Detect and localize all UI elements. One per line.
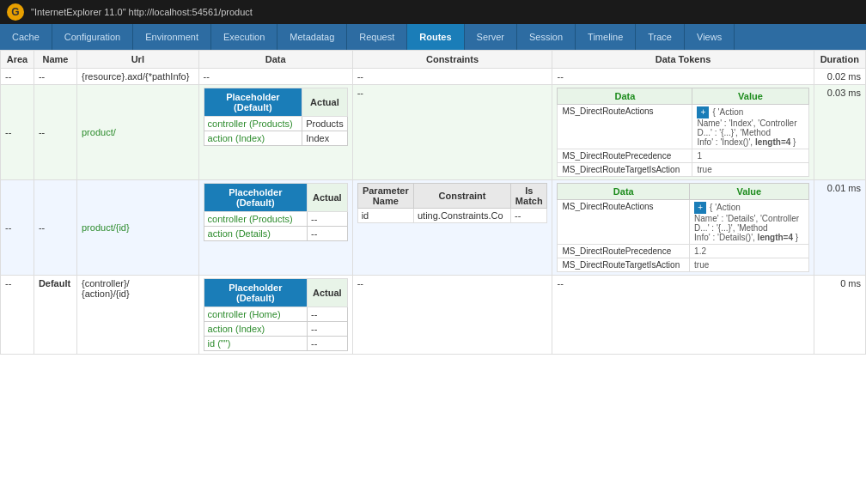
data-cell: Placeholder(Default) Actual controller (…	[198, 85, 352, 180]
duration-cell: 0.03 ms	[814, 85, 866, 180]
area-cell: --	[1, 180, 34, 276]
area-cell: --	[1, 85, 34, 180]
nav-tab-trace[interactable]: Trace	[636, 24, 685, 50]
constraints-cell: --	[352, 85, 552, 180]
col-header-constraints: Constraints	[352, 51, 552, 69]
nav-tab-environment[interactable]: Environment	[133, 24, 211, 50]
area-cell: --	[1, 276, 34, 355]
url-cell: {controller}/{action}/{id}	[77, 276, 199, 355]
datatokens-key-cell: Data Value MS_DirectRouteActions +{ 'Act…	[552, 180, 814, 276]
nav-tab-views[interactable]: Views	[685, 24, 735, 50]
url-cell: product/	[77, 85, 199, 180]
nav-tab-execution[interactable]: Execution	[211, 24, 277, 50]
nav-tab-routes[interactable]: Routes	[407, 24, 464, 50]
nav-tabs: CacheConfigurationEnvironmentExecutionMe…	[0, 24, 866, 50]
title-bar: G "InternetExplorer 11.0" http://localho…	[0, 0, 866, 24]
nav-tab-request[interactable]: Request	[347, 24, 407, 50]
title-bar-text: "InternetExplorer 11.0" http://localhost…	[31, 7, 253, 17]
url-cell: product/{id}	[77, 180, 199, 276]
datatokens-cell: --	[552, 69, 814, 85]
area-cell: --	[1, 69, 34, 85]
col-header-datatokens: Data Tokens	[552, 51, 814, 69]
name-cell: --	[34, 180, 76, 276]
nav-tab-session[interactable]: Session	[517, 24, 576, 50]
url-cell: {resource}.axd/{*pathInfo}	[77, 69, 199, 85]
title-bar-logo: G	[7, 3, 24, 21]
table-row: -- -- product/ Placeholder(Default) Actu…	[1, 85, 866, 180]
main-content: Area Name Url Data Constraints Data Toke…	[0, 50, 866, 504]
name-cell: Default	[34, 276, 76, 355]
expand-btn[interactable]: +	[694, 202, 706, 214]
routes-table: Area Name Url Data Constraints Data Toke…	[0, 50, 866, 355]
name-cell: --	[34, 85, 76, 180]
duration-cell: 0.02 ms	[814, 69, 866, 85]
constraints-cell: --	[352, 69, 552, 85]
name-cell: --	[34, 69, 76, 85]
col-header-data: Data	[198, 51, 352, 69]
col-header-duration: Duration	[814, 51, 866, 69]
table-row: -- Default {controller}/{action}/{id} Pl…	[1, 276, 866, 355]
datatokens-key-cell: --	[552, 276, 814, 355]
duration-cell: 0.01 ms	[814, 180, 866, 276]
nav-tab-configuration[interactable]: Configuration	[52, 24, 133, 50]
col-header-area: Area	[1, 51, 34, 69]
col-header-url: Url	[77, 51, 199, 69]
datatokens-key-cell: Data Value MS_DirectRouteActions +{ 'Act…	[552, 85, 814, 180]
nav-tab-cache[interactable]: Cache	[0, 24, 52, 50]
data-cell: Placeholder(Default) Actual controller (…	[198, 180, 352, 276]
table-row: -- -- product/{id} Placeholder(Default) …	[1, 180, 866, 276]
nav-tab-server[interactable]: Server	[465, 24, 517, 50]
data-cell: Placeholder(Default) Actual controller (…	[198, 276, 352, 355]
col-header-name: Name	[34, 51, 76, 69]
duration-cell: 0 ms	[814, 276, 866, 355]
constraints-cell: --	[352, 276, 552, 355]
constraints-cell: ParameterName Constraint IsMatch id utin…	[352, 180, 552, 276]
data-cell: --	[198, 69, 352, 85]
nav-tab-timeline[interactable]: Timeline	[576, 24, 636, 50]
expand-btn[interactable]: +	[697, 106, 709, 118]
nav-tab-metadata[interactable]: Metadatag	[277, 24, 347, 50]
